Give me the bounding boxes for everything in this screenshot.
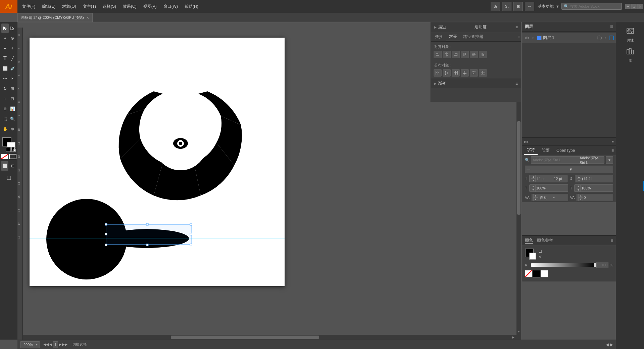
char-panel-menu[interactable]: ≡ <box>612 140 614 143</box>
line-tool[interactable]: ╱ <box>9 54 16 63</box>
normal-mode-btn[interactable]: ⬜ <box>1 161 8 171</box>
layer-target-indicator[interactable] <box>597 36 602 40</box>
scroll-down-btn[interactable]: ▼ <box>516 328 521 335</box>
artboard-tool[interactable]: ⬚ <box>1 114 9 124</box>
font-style-dropdown[interactable]: — ▼ <box>525 166 613 173</box>
font-name-input[interactable] <box>533 158 579 162</box>
kerning-up[interactable]: ▲ <box>533 194 538 198</box>
kerning-field[interactable]: ▲ ▼ 自动 ▼ <box>532 194 568 201</box>
zoom-tool2[interactable]: ⊕ <box>9 124 16 134</box>
scroll-thumb-v[interactable] <box>517 121 521 215</box>
lasso-tool[interactable]: ⊙ <box>9 34 16 43</box>
minimize-button[interactable]: ─ <box>625 4 631 9</box>
layers-panel-menu[interactable]: ≡ <box>610 24 613 30</box>
status-right-arrow[interactable]: ▶ <box>610 342 613 347</box>
distribute-right-btn[interactable] <box>452 69 460 77</box>
add-anchor-tool[interactable]: + <box>9 44 16 53</box>
chart-tool[interactable]: 📊 <box>9 104 16 114</box>
swap-colors-icon[interactable]: ⇄ <box>539 249 544 254</box>
zoom-control[interactable]: 200% ▼ <box>20 341 40 348</box>
eraser-tool[interactable]: ✂ <box>9 74 16 83</box>
stock-btn[interactable]: St <box>502 2 511 11</box>
white-swatch[interactable] <box>541 270 548 277</box>
swap-colors-btn[interactable] <box>6 147 11 152</box>
bridge-btn[interactable]: Br <box>491 2 500 11</box>
vscale-down[interactable]: ▼ <box>576 188 581 192</box>
leading-down[interactable]: ▼ <box>577 179 581 182</box>
tab-character[interactable]: 字符 <box>524 146 538 155</box>
align-panel-menu[interactable]: ≡ <box>517 35 520 39</box>
leading-field[interactable]: ▲ ▼ (14.4 i <box>575 175 613 182</box>
type-tool[interactable]: T <box>1 54 9 63</box>
kerning-dropdown[interactable]: 自动 ▼ <box>539 194 566 201</box>
tab-paragraph[interactable]: 段落 <box>539 146 552 155</box>
gradient-menu[interactable]: ≡ <box>515 81 518 86</box>
zoom-tool[interactable]: 🔍 <box>9 114 16 124</box>
distribute-left-btn[interactable] <box>434 69 442 77</box>
zoom-dropdown-arrow[interactable]: ▼ <box>35 343 38 346</box>
pen-tool[interactable]: ✒ <box>1 44 9 53</box>
k-slider[interactable] <box>531 263 595 267</box>
warp-tool[interactable]: ⌇ <box>1 94 9 103</box>
workspaces-btn[interactable]: ⊞ <box>513 2 523 11</box>
reset-colors-icon[interactable]: ↺ <box>539 255 544 260</box>
black-swatch[interactable] <box>533 270 540 277</box>
symbol-tool[interactable]: ⊛ <box>1 104 9 114</box>
color-bg-swatch[interactable] <box>529 253 536 260</box>
menu-window[interactable]: 窗口(W) <box>160 0 181 13</box>
rotate-tool[interactable]: ↻ <box>1 84 9 93</box>
direct-select-tool[interactable] <box>9 24 16 33</box>
font-size-field[interactable]: ▲ ▼ 12 pt <box>529 175 567 182</box>
fill-none[interactable] <box>1 154 8 159</box>
hscale-up[interactable]: ▲ <box>531 184 536 188</box>
menu-type[interactable]: 文字(T) <box>80 0 99 13</box>
hand-tool[interactable]: ✋ <box>1 124 9 134</box>
layer-expand-arrow[interactable] <box>531 36 536 40</box>
menu-object[interactable]: 对象(O) <box>59 0 79 13</box>
rectangle-tool[interactable]: ⬜ <box>1 64 9 73</box>
stroke-panel-title[interactable]: 描边 <box>438 24 446 30</box>
menu-edit[interactable]: 编辑(E) <box>39 0 59 13</box>
color-reference-tab[interactable]: 颜色参考 <box>537 237 553 244</box>
close-button[interactable]: ✕ <box>637 4 643 9</box>
library-panel-icon[interactable]: 库 <box>618 45 642 64</box>
k-value-input[interactable] <box>596 262 608 268</box>
stroke-panel-menu[interactable]: ≡ <box>515 25 518 30</box>
doc-tab-close[interactable]: × <box>87 15 89 20</box>
layer-lock-btn[interactable]: ○ <box>603 36 608 40</box>
hscale-field[interactable]: ▲ ▼ 100% <box>529 184 568 192</box>
font-dropdown-btn[interactable]: ▼ <box>606 156 613 164</box>
scroll-thumb-h[interactable] <box>171 336 319 339</box>
maximize-button[interactable]: □ <box>631 4 637 9</box>
font-size-down[interactable]: ▼ <box>531 179 536 182</box>
kerning-down[interactable]: ▼ <box>533 198 538 201</box>
mirror-tool[interactable]: ⊞ <box>9 84 16 93</box>
menu-file[interactable]: 文件(F) <box>19 0 39 13</box>
menu-help[interactable]: 帮助(H) <box>181 0 202 13</box>
distribute-vcenter-btn[interactable] <box>470 69 478 77</box>
menu-view[interactable]: 视图(V) <box>140 0 160 13</box>
distribute-hcenter-btn[interactable] <box>443 69 451 77</box>
distribute-bottom-btn[interactable] <box>479 69 487 77</box>
magic-wand-tool[interactable]: ✦ <box>1 34 9 43</box>
distribute-top-btn[interactable] <box>461 69 469 77</box>
gradient-panel-header[interactable]: ▶ 渐变 ≡ <box>431 79 521 88</box>
status-left-arrow[interactable]: ◀ <box>606 342 609 347</box>
vscale-up[interactable]: ▲ <box>576 184 581 188</box>
layer-visibility-toggle[interactable] <box>524 35 530 41</box>
menu-select[interactable]: 选择(S) <box>99 0 119 13</box>
artboard-num-field[interactable]: 1 <box>53 341 58 348</box>
none-swatch[interactable] <box>525 270 532 277</box>
align-bottom-btn[interactable] <box>479 51 487 58</box>
free-transform-tool[interactable]: ⊡ <box>9 94 16 103</box>
eyedropper-tool[interactable]: 💉 <box>9 64 16 73</box>
document-tab[interactable]: 未标题-2* @ 200% (CMYK/GPU 预览) × <box>17 13 93 22</box>
color-tab[interactable]: 颜色 <box>525 237 533 244</box>
align-hcenter-btn[interactable] <box>443 51 451 58</box>
align-left-btn[interactable] <box>434 51 442 58</box>
vscale-field[interactable]: ▲ ▼ 100% <box>574 184 613 192</box>
leading-up[interactable]: ▲ <box>577 175 581 179</box>
paint-brush-tool[interactable]: 〜 <box>1 74 9 83</box>
char-menu[interactable]: ≡ <box>611 148 614 153</box>
brush-btn[interactable]: ✏ <box>525 2 534 11</box>
